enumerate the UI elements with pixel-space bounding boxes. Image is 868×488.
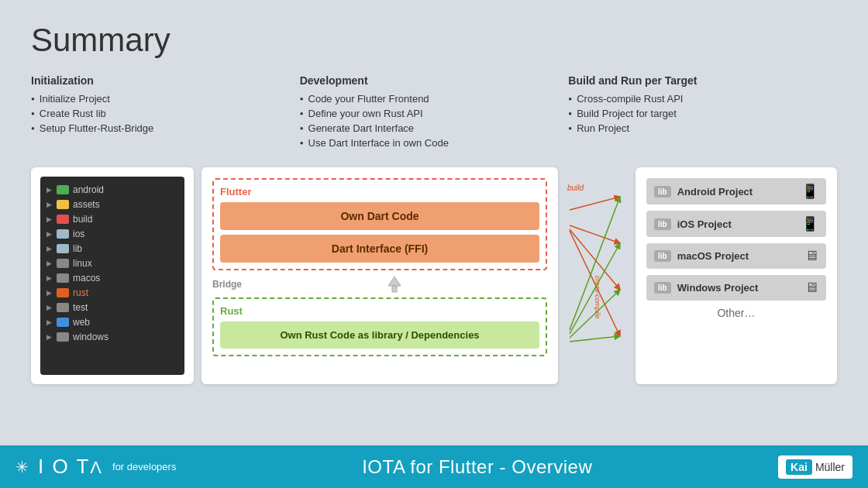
phone-icon: 📱	[801, 183, 818, 200]
file-label: build	[73, 214, 92, 225]
file-label: assets	[73, 199, 100, 210]
text-columns: Initialization Initialize Project Create…	[31, 74, 837, 152]
targets-diagram: lib Android Project 📱 lib iOS Project 📱 …	[636, 167, 837, 384]
file-tree-diagram: ▶ android ▶ assets ▶ build ▶ ios	[31, 167, 194, 384]
target-windows: lib Windows Project 🖥	[646, 275, 826, 301]
list-item: Cross-compile Rust API	[568, 93, 837, 105]
diagrams-area: ▶ android ▶ assets ▶ build ▶ ios	[31, 167, 837, 384]
list-item: Define your own Rust API	[300, 108, 569, 119]
expand-icon: ▶	[46, 289, 53, 297]
expand-icon: ▶	[46, 245, 53, 253]
list-item: Generate Dart Interface	[300, 122, 569, 134]
file-item-assets: ▶ assets	[46, 199, 178, 210]
col1-heading: Initialization	[31, 74, 300, 87]
list-item: Initialize Project	[31, 93, 300, 105]
file-label: macos	[73, 273, 100, 284]
file-item-lib: ▶ lib	[46, 243, 178, 254]
file-item-web: ▶ web	[46, 317, 178, 328]
svg-line-11	[570, 336, 620, 342]
file-label: linux	[73, 258, 92, 269]
footer-left: ✳ I O TΛ for developers	[16, 455, 176, 479]
file-label: rust	[73, 287, 88, 298]
phone-icon: 📱	[801, 215, 818, 232]
other-label: Other…	[646, 307, 826, 319]
desktop-icon: 🖥	[804, 248, 818, 264]
expand-icon: ▶	[46, 259, 53, 267]
expand-icon: ▶	[46, 274, 53, 282]
svg-marker-0	[388, 277, 401, 286]
svg-text:build: build	[567, 184, 584, 192]
col3-heading: Build and Run per Target	[568, 74, 837, 87]
file-item-macos: ▶ macos	[46, 273, 178, 284]
list-item: Build Project for target	[568, 108, 837, 119]
dart-interface-box: Dart Interface (FFI)	[220, 235, 539, 263]
svg-rect-1	[392, 286, 397, 292]
file-item-linux: ▶ linux	[46, 258, 178, 269]
main-content: Summary Initialization Initialize Projec…	[0, 0, 868, 445]
target-name: iOS Project	[677, 218, 795, 230]
expand-icon: ▶	[46, 304, 53, 311]
col1: Initialization Initialize Project Create…	[31, 74, 300, 152]
file-label: ios	[73, 229, 84, 239]
list-item: Run Project	[568, 122, 837, 134]
file-tree-inner: ▶ android ▶ assets ▶ build ▶ ios	[40, 177, 184, 375]
file-label: windows	[73, 332, 108, 342]
dart-code-box: Own Dart Code	[220, 202, 539, 230]
file-item-windows: ▶ windows	[46, 332, 178, 342]
lib-badge: lib	[654, 186, 671, 198]
target-name: macOS Project	[677, 250, 798, 262]
iota-snowflake-icon: ✳	[16, 458, 29, 476]
target-android: lib Android Project 📱	[646, 178, 826, 204]
flutter-diagram: Flutter Own Dart Code Dart Interface (FF…	[202, 167, 558, 384]
file-label: web	[73, 317, 90, 328]
file-item-android: ▶ android	[46, 184, 178, 195]
flutter-section: Flutter Own Dart Code Dart Interface (FF…	[212, 178, 547, 270]
target-ios: lib iOS Project 📱	[646, 211, 826, 237]
file-item-test: ▶ test	[46, 302, 178, 313]
for-developers-label: for developers	[112, 461, 176, 473]
svg-line-4	[570, 225, 620, 243]
target-macos: lib macOS Project 🖥	[646, 243, 826, 269]
file-label: lib	[73, 243, 82, 254]
expand-icon: ▶	[46, 186, 53, 194]
list-item: Create Rust lib	[31, 108, 300, 119]
expand-icon: ▶	[46, 318, 53, 326]
rust-section: Rust Own Rust Code as library / Dependen…	[212, 297, 547, 356]
file-item-build: ▶ build	[46, 214, 178, 225]
col3-list: Cross-compile Rust API Build Project for…	[568, 93, 837, 134]
lib-badge: lib	[654, 218, 671, 230]
arrows-svg: build cross-compile	[566, 167, 628, 384]
col1-list: Initialize Project Create Rust lib Setup…	[31, 93, 300, 134]
bridge-label: Bridge	[212, 279, 242, 290]
expand-icon: ▶	[46, 230, 53, 238]
svg-text:cross-compile: cross-compile	[594, 276, 601, 319]
col2-list: Code your Flutter Frontend Define your o…	[300, 93, 569, 149]
lib-badge: lib	[654, 250, 671, 262]
target-name: Android Project	[677, 186, 795, 198]
col2-heading: Development	[300, 74, 569, 87]
file-label: android	[73, 184, 104, 195]
rust-code-box: Own Rust Code as library / Dependencies	[220, 321, 539, 349]
expand-icon: ▶	[46, 215, 53, 223]
lib-badge: lib	[654, 282, 671, 294]
author-badge: Kai Müller	[778, 455, 852, 479]
footer: ✳ I O TΛ for developers IOTA for Flutter…	[0, 445, 868, 488]
col2: Development Code your Flutter Frontend D…	[300, 74, 569, 152]
file-item-ios: ▶ ios	[46, 229, 178, 239]
list-item: Setup Flutter-Rust-Bridge	[31, 122, 300, 134]
target-name: Windows Project	[677, 282, 798, 294]
author-first: Kai	[786, 459, 812, 475]
iota-logo: I O TΛ	[38, 455, 103, 479]
footer-center-text: IOTA for Flutter - Overview	[362, 456, 592, 478]
bridge-row: Bridge	[212, 273, 547, 295]
flutter-label: Flutter	[220, 186, 539, 198]
author-last: Müller	[815, 461, 845, 473]
expand-icon: ▶	[46, 333, 53, 341]
file-item-rust: ▶ rust	[46, 287, 178, 298]
up-arrow	[242, 273, 547, 295]
rust-label: Rust	[220, 305, 539, 317]
col3: Build and Run per Target Cross-compile R…	[568, 74, 837, 152]
page-title: Summary	[31, 22, 837, 59]
file-label: test	[73, 302, 88, 313]
list-item: Code your Flutter Frontend	[300, 93, 569, 105]
